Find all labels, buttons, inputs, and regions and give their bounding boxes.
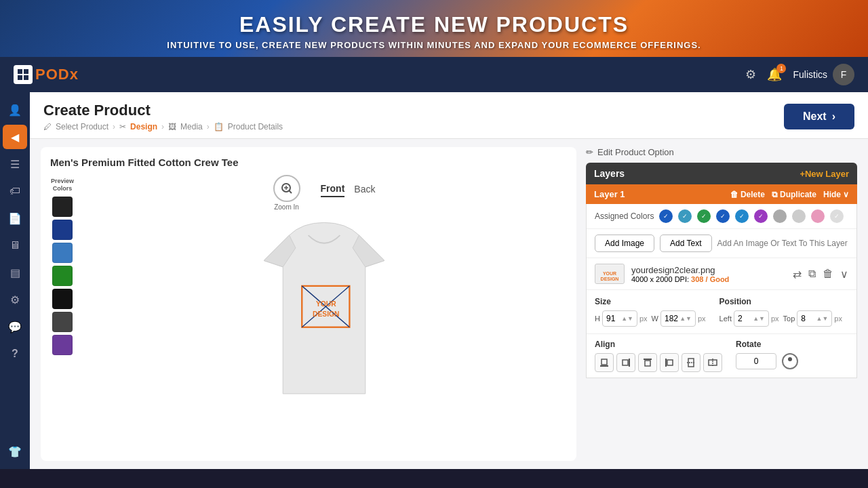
view-controls: Zoom In Front Back <box>81 175 567 211</box>
sidebar-item-screen[interactable]: 🖥 <box>3 233 27 258</box>
breadcrumb: 🖊 Select Product › ✂ Design › 🖼 Media › … <box>43 122 283 131</box>
svg-text:YOUR: YOUR <box>603 271 616 276</box>
swatch-green[interactable] <box>52 266 73 286</box>
delete-icon: 🗑 <box>730 190 738 199</box>
add-buttons-row: Add Image Add Text Add An Image Or Text … <box>587 229 856 258</box>
user-menu[interactable]: Fulistics F <box>793 64 854 85</box>
color-dot-5[interactable]: ✓ <box>735 209 749 223</box>
navbar-right: ⚙ 🔔 1 Fulistics F <box>745 64 854 85</box>
assigned-colors-label: Assigned Colors <box>595 211 654 221</box>
edit-icon: ✏ <box>586 147 593 157</box>
next-button[interactable]: Next › <box>784 104 854 129</box>
product-panel: Men's Premium Fitted Cotton Crew Tee Pre… <box>41 147 576 461</box>
tshirt-preview-area: Zoom In Front Back <box>81 175 567 413</box>
dimensions-label: 4000 x 2000 <box>631 275 673 283</box>
brand-logo[interactable]: PODx <box>14 65 79 84</box>
color-dot-1[interactable]: ✓ <box>659 209 673 223</box>
tshirt-canvas: YOUR DESIGN <box>246 216 402 413</box>
tab-back[interactable]: Back <box>354 184 375 197</box>
content-area: Create Product 🖊 Select Product › ✂ Desi… <box>30 92 868 469</box>
color-swatches-panel: PreviewColors <box>50 175 75 355</box>
add-image-button[interactable]: Add Image <box>595 235 654 252</box>
duplicate-layer-button[interactable]: ⧉ Duplicate <box>772 190 816 199</box>
color-dot-3[interactable]: ✓ <box>697 209 711 223</box>
sidebar-item-tags[interactable]: 🏷 <box>3 179 27 203</box>
swatch-charcoal[interactable] <box>52 312 73 332</box>
add-text-button[interactable]: Add Text <box>660 235 711 252</box>
design-thumbnail: YOUR DESIGN <box>595 264 625 284</box>
sidebar-item-file[interactable]: 📄 <box>3 206 27 230</box>
width-input[interactable]: 182 ▲▼ <box>660 310 696 327</box>
color-dot-10[interactable]: ✓ <box>830 209 844 223</box>
rotate-value-input[interactable]: 0 <box>736 353 776 369</box>
height-input[interactable]: 91 ▲▼ <box>602 310 637 327</box>
hide-layer-button[interactable]: Hide ∨ <box>823 190 849 199</box>
h-label: H <box>595 314 600 323</box>
breadcrumb-select-product[interactable]: Select Product <box>56 122 108 131</box>
left-input[interactable]: 2 ▲▼ <box>734 310 769 327</box>
size-position-grid: Size H 91 ▲▼ px <box>595 297 848 327</box>
left-input-group: Left 2 ▲▼ px <box>719 310 779 327</box>
dpi-label: DPI: <box>675 275 689 283</box>
svg-text:DESIGN: DESIGN <box>601 277 619 281</box>
svg-rect-18 <box>623 360 628 365</box>
layers-panel: ✏ Edit Product Option Layers +New Layer … <box>586 147 857 461</box>
align-right-button[interactable] <box>616 353 635 372</box>
zoom-in-button[interactable]: Zoom In <box>273 175 300 211</box>
svg-text:DESIGN: DESIGN <box>313 310 339 318</box>
page-title: Create Product <box>43 102 283 119</box>
sidebar-item-collapse[interactable]: ◀ <box>3 125 27 149</box>
sidebar-item-menu[interactable]: ☰ <box>3 152 27 176</box>
breadcrumb-product-details[interactable]: Product Details <box>228 122 283 131</box>
sidebar-item-chat[interactable]: 💬 <box>3 314 27 339</box>
center-horizontal-button[interactable] <box>703 353 722 372</box>
swatch-purple[interactable] <box>52 335 73 355</box>
layer1-label: Layer 1 <box>594 189 625 199</box>
swatch-blue[interactable] <box>52 243 73 263</box>
swatch-dark[interactable] <box>52 289 73 309</box>
color-dot-9[interactable] <box>811 209 825 223</box>
breadcrumb-icon-select: 🖊 <box>43 122 52 131</box>
breadcrumb-media[interactable]: Media <box>180 122 203 131</box>
layer-note: Add An Image Or Text To This Layer <box>717 239 848 248</box>
color-dot-4[interactable]: ✓ <box>716 209 730 223</box>
sidebar-item-tshirt[interactable]: 👕 <box>3 439 27 464</box>
breadcrumb-design[interactable]: Design <box>130 122 157 131</box>
align-group: Align <box>595 340 722 372</box>
sidebar-item-settings[interactable]: ⚙ <box>3 287 27 312</box>
rotate-dial[interactable] <box>782 353 798 369</box>
sidebar-item-profile[interactable]: 👤 <box>3 98 27 122</box>
color-dot-2[interactable]: ✓ <box>678 209 692 223</box>
sidebar-item-help[interactable]: ? <box>3 342 27 366</box>
w-label: W <box>652 314 658 323</box>
edit-product-option-link[interactable]: ✏ Edit Product Option <box>586 147 857 157</box>
svg-line-5 <box>289 191 292 194</box>
align-bottom-button[interactable] <box>595 353 614 372</box>
color-dot-8[interactable] <box>792 209 806 223</box>
replace-file-button[interactable]: ⇄ <box>793 268 802 281</box>
expand-file-button[interactable]: ∨ <box>840 268 848 281</box>
align-top-button[interactable] <box>638 353 657 372</box>
size-group: Size H 91 ▲▼ px <box>595 297 706 327</box>
breadcrumb-icon-details: 📋 <box>214 122 224 131</box>
top-input[interactable]: 8 ▲▼ <box>797 310 832 327</box>
color-dot-7[interactable] <box>773 209 787 223</box>
swatch-navy[interactable] <box>52 220 73 240</box>
sidebar-item-list[interactable]: ▤ <box>3 260 27 285</box>
new-layer-button[interactable]: +New Layer <box>800 169 849 179</box>
delete-file-button[interactable]: 🗑 <box>823 268 833 280</box>
swatch-black[interactable] <box>52 197 73 217</box>
duplicate-icon: ⧉ <box>772 190 778 199</box>
settings-button[interactable]: ⚙ <box>745 67 756 82</box>
notifications-button[interactable]: 🔔 1 <box>767 67 782 82</box>
size-inputs: H 91 ▲▼ px W <box>595 310 706 327</box>
copy-file-button[interactable]: ⧉ <box>808 268 816 280</box>
hero-subtitle: INTUITIVE TO USE, CREATE NEW PRODUCTS WI… <box>14 40 854 50</box>
align-left-button[interactable] <box>660 353 679 372</box>
delete-layer-button[interactable]: 🗑 Delete <box>730 190 765 199</box>
left-label: Left <box>719 314 732 323</box>
tab-front[interactable]: Front <box>321 183 345 197</box>
layer1-header: Layer 1 🗑 Delete ⧉ Duplicate Hide ∨ <box>586 184 857 204</box>
center-vertical-button[interactable] <box>682 353 701 372</box>
color-dot-6[interactable]: ✓ <box>754 209 768 223</box>
